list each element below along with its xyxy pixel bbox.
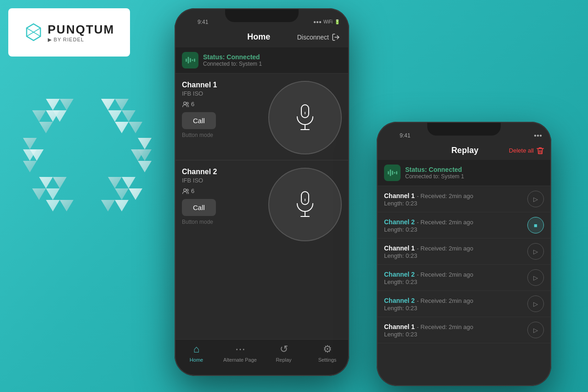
- settings-icon: ⚙: [323, 343, 332, 355]
- app-header-left: Home Disconnect: [175, 28, 349, 47]
- replay-item-4-meta: - Received: 2min ago: [417, 297, 473, 304]
- disconnect-button[interactable]: Disconnect: [297, 33, 340, 41]
- tab-replay[interactable]: ↺ Replay: [262, 343, 305, 363]
- status-text-right: Status: Connected Connected to: System 1: [405, 166, 464, 180]
- replay-item-2-channel: Channel 1: [384, 244, 415, 252]
- replay-item-3-play-button[interactable]: ▷: [527, 269, 544, 286]
- replay-item-1-meta: - Received: 2min ago: [417, 219, 473, 226]
- svg-marker-33: [46, 200, 60, 211]
- tab-home[interactable]: ⌂ Home: [175, 343, 218, 363]
- audio-wave-icon: [185, 56, 195, 64]
- logo-text: PUNQTUM ▶ BY RIEDEL: [48, 23, 114, 43]
- tab-bar-left: ⌂ Home ⋯ Alternate Page ↺ Replay ⚙ Setti…: [175, 339, 349, 376]
- channel-2-call-button[interactable]: Call: [182, 199, 216, 216]
- logo-box: PUNQTUM ▶ BY RIEDEL: [8, 8, 130, 57]
- tab-settings[interactable]: ⚙ Settings: [305, 343, 349, 363]
- channel-2-mic-circle[interactable]: [268, 168, 342, 241]
- status-icon-right: [384, 165, 401, 181]
- svg-marker-14: [39, 122, 53, 133]
- status-icon-left: [182, 52, 198, 68]
- replay-item-1-stop-button[interactable]: ■: [527, 217, 544, 233]
- svg-line-1: [27, 24, 34, 28]
- channel-1-type: IFB ISO: [182, 90, 264, 97]
- replay-item-1-length: Length: 0:23: [384, 226, 527, 233]
- tab-settings-label: Settings: [318, 357, 337, 363]
- tab-home-label: Home: [190, 357, 203, 363]
- time-left: 9:41: [198, 17, 208, 25]
- users-icon-1: [182, 101, 189, 108]
- tab-alternate[interactable]: ⋯ Alternate Page: [218, 343, 262, 363]
- svg-marker-16: [115, 99, 129, 110]
- replay-item-0-length: Length: 0:23: [384, 200, 527, 207]
- replay-item-0-info: Channel 1 - Received: 2min ago Length: 0…: [384, 192, 527, 207]
- channel-2-type: IFB ISO: [182, 177, 264, 184]
- home-title: Home: [247, 32, 270, 42]
- svg-marker-30: [32, 188, 46, 200]
- svg-marker-37: [115, 188, 129, 200]
- audio-wave-icon-right: [387, 169, 397, 177]
- channel-2-mode: Button mode: [182, 219, 264, 225]
- play-icon-2: ▷: [533, 248, 538, 255]
- logo-hex-icon: [24, 23, 43, 42]
- svg-line-6: [34, 32, 40, 36]
- svg-marker-31: [46, 188, 60, 200]
- status-indicators-left: ●●● WiFi 🔋: [313, 17, 340, 24]
- replay-item-2-meta: - Received: 2min ago: [417, 245, 473, 252]
- time-right: 9:41: [400, 130, 410, 139]
- svg-rect-46: [194, 58, 195, 62]
- replay-item-2-play-button[interactable]: ▷: [527, 243, 544, 260]
- svg-marker-12: [32, 110, 46, 122]
- delete-all-button[interactable]: Delete all: [509, 147, 544, 155]
- replay-item-3-length: Length: 0:23: [384, 278, 527, 285]
- svg-rect-63: [396, 171, 397, 174]
- replay-item-3: Channel 2 - Received: 2min ago Length: 0…: [377, 265, 551, 291]
- svg-line-8: [34, 36, 40, 40]
- svg-rect-45: [192, 59, 193, 61]
- alternate-icon: ⋯: [235, 343, 245, 355]
- channel-1-section: Channel 1 IFB ISO 6 Call Button mod: [175, 74, 349, 160]
- phone-notch-right: [427, 122, 501, 136]
- replay-item-2: Channel 1 - Received: 2min ago Length: 0…: [377, 239, 551, 265]
- svg-marker-36: [122, 177, 136, 188]
- play-icon-5: ▷: [533, 327, 538, 334]
- svg-marker-29: [39, 177, 53, 188]
- svg-marker-19: [115, 122, 129, 133]
- play-icon-3: ▷: [533, 274, 538, 281]
- svg-marker-21: [23, 138, 37, 149]
- replay-list: Channel 1 - Received: 2min ago Length: 0…: [377, 186, 551, 343]
- phone-screen-right: 9:41 ●●● Replay Delete all: [377, 122, 551, 386]
- trash-icon: [537, 147, 544, 155]
- delete-all-label: Delete all: [509, 147, 534, 154]
- phone-right: 9:41 ●●● Replay Delete all: [377, 122, 551, 386]
- replay-item-5-channel: Channel 1: [384, 323, 415, 330]
- svg-rect-55: [301, 192, 309, 205]
- decorative-hex: [9, 71, 165, 232]
- replay-item-2-info: Channel 1 - Received: 2min ago Length: 0…: [384, 244, 527, 259]
- replay-item-3-info: Channel 2 - Received: 2min ago Length: 0…: [384, 270, 527, 285]
- channel-2-info: Channel 2 IFB ISO 6 Call Button mod: [182, 168, 264, 231]
- channel-2-row: Channel 2 IFB ISO 6 Call Button mod: [182, 168, 342, 241]
- svg-marker-38: [129, 188, 142, 200]
- mic-icon-2: [294, 191, 317, 218]
- replay-title: Replay: [451, 146, 478, 155]
- svg-point-47: [184, 102, 187, 104]
- svg-marker-9: [46, 99, 60, 110]
- svg-rect-49: [301, 105, 309, 118]
- svg-marker-18: [122, 110, 136, 122]
- status-indicators-right: ●●●: [534, 131, 542, 138]
- channel-1-user-count: 6: [191, 101, 194, 108]
- svg-rect-42: [186, 58, 187, 62]
- status-system-right: Connected to: System 1: [405, 173, 464, 180]
- replay-header: Replay Delete all: [377, 142, 551, 160]
- replay-item-5-play-button[interactable]: ▷: [527, 322, 544, 338]
- channel-1-mic-circle[interactable]: [268, 81, 342, 154]
- channel-1-call-button[interactable]: Call: [182, 112, 216, 129]
- channel-2-user-count: 6: [191, 187, 194, 194]
- replay-item-0-play-button[interactable]: ▷: [527, 191, 544, 207]
- status-banner-right: Status: Connected Connected to: System 1: [377, 160, 551, 186]
- users-icon-2: [182, 188, 189, 194]
- svg-rect-61: [392, 171, 393, 175]
- svg-rect-44: [190, 58, 191, 62]
- replay-item-4-play-button[interactable]: ▷: [527, 295, 544, 312]
- svg-marker-10: [60, 99, 74, 110]
